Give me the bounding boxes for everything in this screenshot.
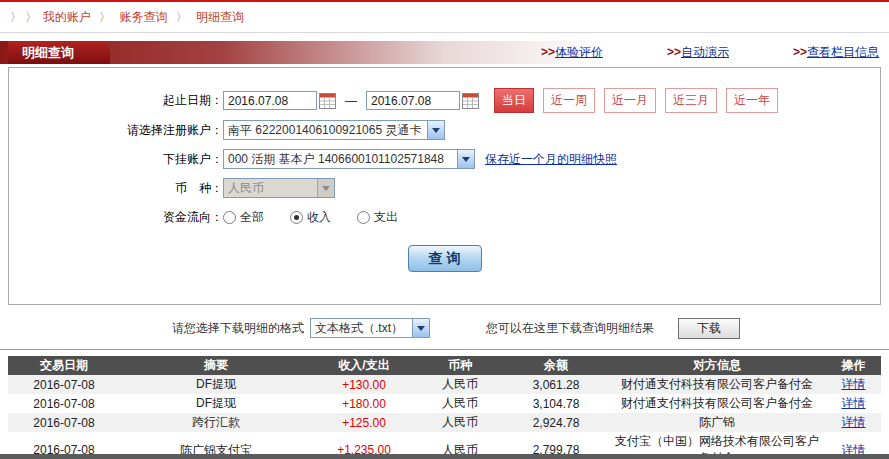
table-header-row: 交易日期 摘要 收入/支出 币种 余额 对方信息 操作 — [8, 356, 881, 375]
panel-header: 明细查询 >>体验评价 >>自动演示 >>查看栏目信息 — [0, 41, 889, 64]
snapshot-link[interactable]: 保存近一个月的明细快照 — [485, 151, 617, 168]
date-range-row: 起止日期： — 当日 — [9, 88, 880, 113]
table-header-cell: 对方信息 — [608, 356, 826, 375]
breadcrumb: 〉 〉 我的账户 〉 账务查询 〉 明细查询 — [0, 2, 889, 33]
radio-icon — [357, 211, 370, 224]
cell-counterparty: 财付通支付科技有限公司客户备付金 — [608, 394, 826, 413]
section-divider — [0, 349, 889, 350]
table-header-cell: 摘要 — [120, 356, 312, 375]
flow-direction-label: 资金流向： — [9, 209, 223, 226]
flow-radio-label: 全部 — [240, 209, 264, 226]
download-button[interactable]: 下载 — [678, 318, 740, 339]
cell-amount: +130.00 — [312, 375, 416, 394]
detail-link[interactable]: 详情 — [842, 415, 866, 429]
quick-range-buttons: 当日 近一周 近一月 近三月 近一年 — [494, 88, 778, 113]
date-from-input[interactable] — [223, 91, 317, 110]
cell-amount: +125.00 — [312, 413, 416, 432]
top-link[interactable]: >>自动演示 — [667, 44, 729, 61]
cell-transaction-date: 2016-07-08 — [8, 375, 120, 394]
breadcrumb-item-account-query[interactable]: 账务查询 — [119, 10, 167, 24]
calendar-icon[interactable] — [319, 93, 336, 109]
flow-radio-label: 收入 — [307, 209, 331, 226]
cell-counterparty: 陈广锦 — [608, 413, 826, 432]
chevron-down-icon — [412, 319, 429, 337]
query-button[interactable]: 查 询 — [408, 245, 482, 272]
top-link-label: 体验评价 — [555, 45, 603, 59]
cell-action: 详情 — [826, 394, 881, 413]
quick-range-button[interactable]: 近一周 — [543, 88, 595, 113]
top-links: >>体验评价 >>自动演示 >>查看栏目信息 — [541, 41, 879, 64]
flow-radio-option[interactable]: 全部 — [223, 209, 264, 226]
download-format-select[interactable]: 文本格式（.txt） — [310, 318, 430, 338]
chevron-down-icon — [427, 121, 444, 139]
cell-counterparty: 财付通支付科技有限公司客户备付金 — [608, 375, 826, 394]
cell-currency: 人民币 — [416, 394, 504, 413]
currency-label: 币 种： — [9, 180, 223, 197]
download-format-label: 请您选择下载明细的格式 — [172, 320, 304, 337]
cell-summary: DF提现 — [120, 375, 312, 394]
breadcrumb-item-detail-query: 明细查询 — [196, 10, 244, 24]
cell-balance: 2,924.78 — [504, 413, 608, 432]
double-arrow-icon: >> — [541, 45, 555, 59]
chevron-down-icon — [317, 179, 334, 197]
cell-action: 详情 — [826, 413, 881, 432]
date-range-dash: — — [345, 94, 357, 108]
cell-summary: DF提现 — [120, 394, 312, 413]
currency-value: 人民币 — [224, 180, 317, 197]
download-hint: 您可以在这里下载查询明细结果 — [486, 320, 654, 337]
breadcrumb-separator: 〉 — [176, 10, 188, 24]
cell-transaction-date: 2016-07-08 — [8, 413, 120, 432]
quick-range-button[interactable]: 近一月 — [604, 88, 656, 113]
cell-action: 详情 — [826, 375, 881, 394]
sub-account-row: 下挂账户： 000 活期 基本户 1406600101102571848 保存近… — [9, 147, 880, 171]
flow-radio-option[interactable]: 收入 — [290, 209, 331, 226]
sub-account-label: 下挂账户： — [9, 151, 223, 168]
register-account-select[interactable]: 南平 6222001406100921065 灵通卡 — [223, 120, 445, 140]
query-form-panel: 起止日期： — 当日 — [8, 67, 881, 305]
table-header-cell: 币种 — [416, 356, 504, 375]
table-header-cell: 操作 — [826, 356, 881, 375]
register-account-label: 请选择注册账户： — [9, 122, 223, 139]
register-account-value: 南平 6222001406100921065 灵通卡 — [224, 122, 427, 139]
top-link[interactable]: >>体验评价 — [541, 44, 603, 61]
double-arrow-icon: >> — [793, 45, 807, 59]
quick-range-button[interactable]: 近一年 — [726, 88, 778, 113]
flow-radio-label: 支出 — [374, 209, 398, 226]
quick-range-button[interactable]: 近三月 — [665, 88, 717, 113]
table-header-cell: 余额 — [504, 356, 608, 375]
table-header-cell: 收入/支出 — [312, 356, 416, 375]
top-link[interactable]: >>查看栏目信息 — [793, 44, 879, 61]
query-button-row: 查 询 — [9, 245, 880, 272]
detail-link[interactable]: 详情 — [842, 396, 866, 410]
table-row: 2016-07-08 DF提现 +180.00 人民币 3,104.78 财付通… — [8, 394, 881, 413]
sub-account-select[interactable]: 000 活期 基本户 1406600101102571848 — [223, 149, 475, 169]
flow-radio-option[interactable]: 支出 — [357, 209, 398, 226]
download-row: 请您选择下载明细的格式 文本格式（.txt） 您可以在这里下载查询明细结果 下载 — [0, 317, 889, 339]
date-range-label: 起止日期： — [9, 92, 223, 109]
double-arrow-icon: >> — [667, 45, 681, 59]
quick-range-button[interactable]: 当日 — [494, 88, 534, 113]
footer-bar — [0, 454, 889, 459]
register-account-row: 请选择注册账户： 南平 6222001406100921065 灵通卡 — [9, 118, 880, 142]
breadcrumb-separator: 〉 — [99, 10, 111, 24]
flow-direction-row: 资金流向： 全部 收入 支出 — [9, 205, 880, 229]
breadcrumb-item-my-account[interactable]: 我的账户 — [43, 10, 91, 24]
cell-transaction-date: 2016-07-08 — [8, 394, 120, 413]
cell-amount: +180.00 — [312, 394, 416, 413]
radio-icon — [290, 211, 303, 224]
transactions-table: 交易日期 摘要 收入/支出 币种 余额 对方信息 操作 2016-07-08 D… — [8, 356, 881, 459]
calendar-icon[interactable] — [462, 93, 479, 109]
cell-currency: 人民币 — [416, 413, 504, 432]
cell-balance: 3,104.78 — [504, 394, 608, 413]
table-header-cell: 交易日期 — [8, 356, 120, 375]
top-link-label: 查看栏目信息 — [807, 45, 879, 59]
top-link-label: 自动演示 — [681, 45, 729, 59]
sub-account-value: 000 活期 基本户 1406600101102571848 — [224, 151, 457, 168]
table-row: 2016-07-08 DF提现 +130.00 人民币 3,061.28 财付通… — [8, 375, 881, 394]
cell-balance: 3,061.28 — [504, 375, 608, 394]
download-format-value: 文本格式（.txt） — [311, 320, 412, 337]
detail-link[interactable]: 详情 — [842, 377, 866, 391]
panel-title: 明细查询 — [8, 41, 110, 64]
cell-summary: 跨行汇款 — [120, 413, 312, 432]
date-to-input[interactable] — [366, 91, 460, 110]
